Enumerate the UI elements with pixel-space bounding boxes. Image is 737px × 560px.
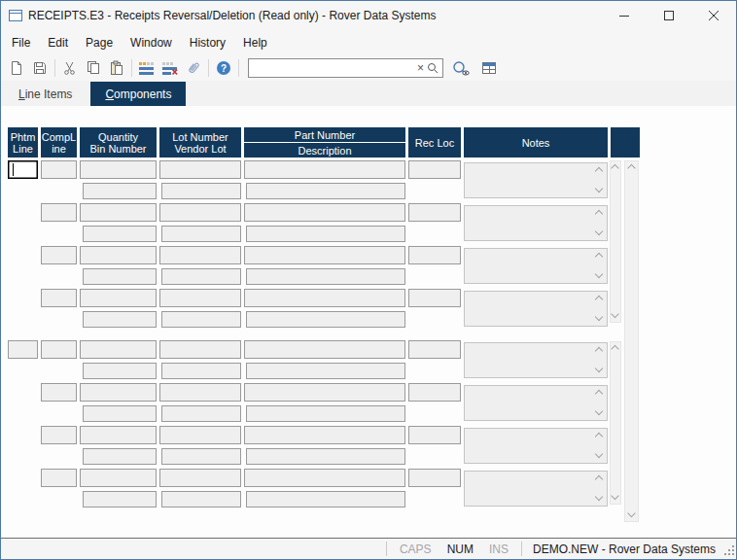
description-field[interactable] xyxy=(246,363,405,379)
notes-scroll-up-icon[interactable] xyxy=(595,167,604,174)
bin-number-field[interactable] xyxy=(83,183,157,199)
part-number-field[interactable] xyxy=(244,289,405,307)
vendor-lot-field[interactable] xyxy=(161,405,241,422)
scroll-down-icon[interactable] xyxy=(627,511,636,518)
grid-view-icon[interactable] xyxy=(477,57,501,79)
rec-loc-field[interactable] xyxy=(408,469,461,487)
notes-scroll-down-icon[interactable] xyxy=(595,187,604,193)
insert-records-icon[interactable] xyxy=(135,57,158,79)
tab-line-items[interactable]: Line Items xyxy=(9,84,82,105)
lot-number-field[interactable] xyxy=(159,246,241,264)
main-scrollbar[interactable] xyxy=(624,160,639,522)
notes-field[interactable] xyxy=(464,248,608,284)
search-icon[interactable] xyxy=(427,62,442,75)
part-number-field[interactable] xyxy=(244,340,405,359)
menu-edit[interactable]: Edit xyxy=(39,32,77,53)
description-field[interactable] xyxy=(246,491,405,508)
description-field[interactable] xyxy=(246,448,405,465)
bin-number-field[interactable] xyxy=(83,226,157,242)
notes-scroll-up-icon[interactable] xyxy=(595,296,604,302)
comp-line-field[interactable] xyxy=(41,160,77,179)
copy-icon[interactable] xyxy=(82,57,105,79)
search-input[interactable] xyxy=(249,60,414,76)
notes-scroll-down-icon[interactable] xyxy=(595,409,604,416)
save-icon[interactable] xyxy=(28,57,52,79)
vendor-lot-field[interactable] xyxy=(161,226,241,242)
quantity-field[interactable] xyxy=(80,469,157,487)
notes-scroll-up-icon[interactable] xyxy=(595,347,604,354)
help-icon[interactable]: ? xyxy=(212,57,235,79)
quantity-field[interactable] xyxy=(80,246,157,264)
lot-number-field[interactable] xyxy=(159,289,241,307)
notes-field[interactable] xyxy=(464,162,608,198)
phtm-line-field[interactable] xyxy=(8,160,38,179)
scroll-down-icon[interactable] xyxy=(612,312,620,319)
comp-line-field[interactable] xyxy=(41,469,77,487)
notes-scroll-up-icon[interactable] xyxy=(595,475,604,482)
rec-loc-field[interactable] xyxy=(408,246,461,264)
menu-history[interactable]: History xyxy=(181,32,234,53)
notes-scroll-down-icon[interactable] xyxy=(595,229,604,236)
phtm-line-field[interactable] xyxy=(8,340,38,359)
part-number-field[interactable] xyxy=(244,160,405,179)
rec-loc-field[interactable] xyxy=(408,383,461,402)
bin-number-field[interactable] xyxy=(83,491,157,508)
close-button[interactable] xyxy=(691,1,736,30)
notes-field[interactable] xyxy=(464,342,608,378)
notes-field[interactable] xyxy=(464,471,608,507)
bin-number-field[interactable] xyxy=(83,268,157,285)
paste-icon[interactable] xyxy=(105,57,128,79)
comp-line-field[interactable] xyxy=(41,383,77,402)
vendor-lot-field[interactable] xyxy=(161,183,241,199)
tab-components[interactable]: Components xyxy=(90,82,186,106)
lookup-view-icon[interactable] xyxy=(448,57,474,79)
lot-number-field[interactable] xyxy=(159,383,241,402)
rec-loc-field[interactable] xyxy=(408,289,461,307)
comp-line-field[interactable] xyxy=(41,426,77,444)
menu-window[interactable]: Window xyxy=(122,32,181,53)
part-number-field[interactable] xyxy=(244,426,405,444)
quantity-field[interactable] xyxy=(80,383,157,402)
menu-file[interactable]: File xyxy=(3,32,39,53)
notes-scroll-down-icon[interactable] xyxy=(595,452,604,459)
lot-number-field[interactable] xyxy=(159,160,241,179)
bin-number-field[interactable] xyxy=(83,448,157,465)
part-number-field[interactable] xyxy=(244,203,405,222)
comp-line-field[interactable] xyxy=(41,203,77,222)
part-number-field[interactable] xyxy=(244,383,405,402)
part-number-field[interactable] xyxy=(244,469,405,487)
notes-scroll-down-icon[interactable] xyxy=(595,495,604,502)
notes-scroll-down-icon[interactable] xyxy=(595,315,604,322)
notes-scroll-down-icon[interactable] xyxy=(595,367,604,373)
vendor-lot-field[interactable] xyxy=(161,268,241,285)
bin-number-field[interactable] xyxy=(83,405,157,422)
comp-line-field[interactable] xyxy=(41,289,77,307)
scroll-up-icon[interactable] xyxy=(612,345,620,352)
lot-number-field[interactable] xyxy=(159,469,241,487)
notes-field[interactable] xyxy=(464,205,608,241)
group2-scrollbar[interactable] xyxy=(610,341,621,505)
notes-field[interactable] xyxy=(464,385,608,421)
part-number-field[interactable] xyxy=(244,246,405,264)
rec-loc-field[interactable] xyxy=(408,340,461,359)
notes-scroll-up-icon[interactable] xyxy=(595,253,604,260)
quantity-field[interactable] xyxy=(80,160,157,179)
rec-loc-field[interactable] xyxy=(408,160,461,179)
description-field[interactable] xyxy=(246,183,405,199)
quantity-field[interactable] xyxy=(80,426,157,444)
vendor-lot-field[interactable] xyxy=(161,491,241,508)
lot-number-field[interactable] xyxy=(159,340,241,359)
notes-scroll-down-icon[interactable] xyxy=(595,272,604,279)
notes-field[interactable] xyxy=(464,291,608,327)
resize-grip[interactable] xyxy=(721,542,735,556)
bin-number-field[interactable] xyxy=(83,363,157,379)
scroll-down-icon[interactable] xyxy=(612,494,620,501)
attachment-icon[interactable] xyxy=(182,57,205,79)
lot-number-field[interactable] xyxy=(159,203,241,222)
menu-help[interactable]: Help xyxy=(234,32,276,53)
new-document-icon[interactable] xyxy=(5,57,28,79)
bin-number-field[interactable] xyxy=(83,311,157,328)
delete-records-icon[interactable] xyxy=(158,57,182,79)
notes-scroll-up-icon[interactable] xyxy=(595,433,604,439)
notes-scroll-up-icon[interactable] xyxy=(595,390,604,397)
